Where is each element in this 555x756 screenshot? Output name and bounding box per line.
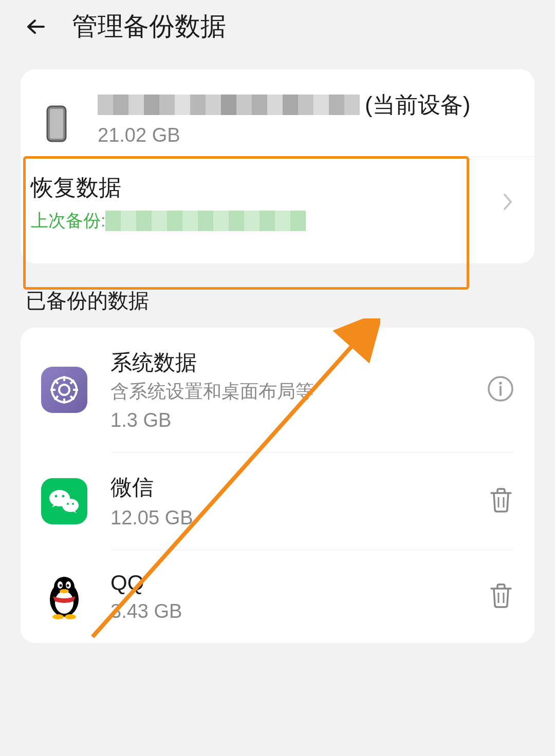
svg-rect-1 <box>50 109 63 139</box>
device-card: (当前设备) 21.02 GB 恢复数据 上次备份: <box>21 69 534 263</box>
app-row-system[interactable]: 系统数据 含系统设置和桌面布局等 1.3 GB <box>21 328 534 452</box>
trash-icon <box>488 487 514 514</box>
svg-point-18 <box>62 499 79 512</box>
svg-point-31 <box>52 614 64 619</box>
info-button[interactable] <box>487 375 514 404</box>
redacted-text <box>105 211 306 231</box>
app-name: 微信 <box>110 473 465 502</box>
app-row-qq[interactable]: QQ 3.43 GB <box>21 550 534 643</box>
restore-data-row[interactable]: 恢复数据 上次备份: <box>21 157 534 263</box>
svg-point-30 <box>60 589 69 593</box>
wechat-icon <box>41 478 87 524</box>
settings-gear-icon <box>41 367 87 413</box>
svg-point-19 <box>67 503 69 505</box>
page-title: 管理备份数据 <box>72 9 226 44</box>
app-size: 1.3 GB <box>110 409 464 431</box>
app-name: QQ <box>110 571 465 595</box>
svg-point-13 <box>499 382 502 385</box>
redacted-text <box>98 94 360 115</box>
app-name: 系统数据 <box>110 348 464 377</box>
svg-point-11 <box>59 385 69 395</box>
device-name: (当前设备) <box>98 90 514 119</box>
restore-title: 恢复数据 <box>31 173 502 203</box>
device-icon <box>41 90 72 142</box>
apps-card: 系统数据 含系统设置和桌面布局等 1.3 GB 微信 <box>21 328 534 643</box>
chevron-right-icon <box>502 192 514 214</box>
svg-point-20 <box>72 503 74 505</box>
app-row-wechat[interactable]: 微信 12.05 GB <box>21 452 534 550</box>
section-backed-up-data: 已备份的数据 <box>0 263 555 328</box>
svg-point-29 <box>67 584 69 587</box>
svg-point-16 <box>55 495 58 497</box>
device-row: (当前设备) 21.02 GB <box>21 69 534 146</box>
trash-icon <box>488 582 514 609</box>
app-size: 12.05 GB <box>110 507 465 529</box>
arrow-left-icon <box>18 16 49 37</box>
delete-button[interactable] <box>488 487 514 516</box>
back-button[interactable] <box>15 16 51 37</box>
delete-button[interactable] <box>488 582 514 611</box>
restore-last-backup: 上次备份: <box>31 209 502 233</box>
info-icon <box>487 375 514 402</box>
device-size: 21.02 GB <box>98 124 514 146</box>
app-size: 3.43 GB <box>110 600 465 622</box>
svg-point-32 <box>65 614 76 619</box>
app-desc: 含系统设置和桌面布局等 <box>110 379 464 404</box>
header: 管理备份数据 <box>0 0 555 69</box>
svg-point-17 <box>62 495 65 497</box>
svg-point-28 <box>60 584 62 587</box>
qq-icon <box>41 574 87 620</box>
